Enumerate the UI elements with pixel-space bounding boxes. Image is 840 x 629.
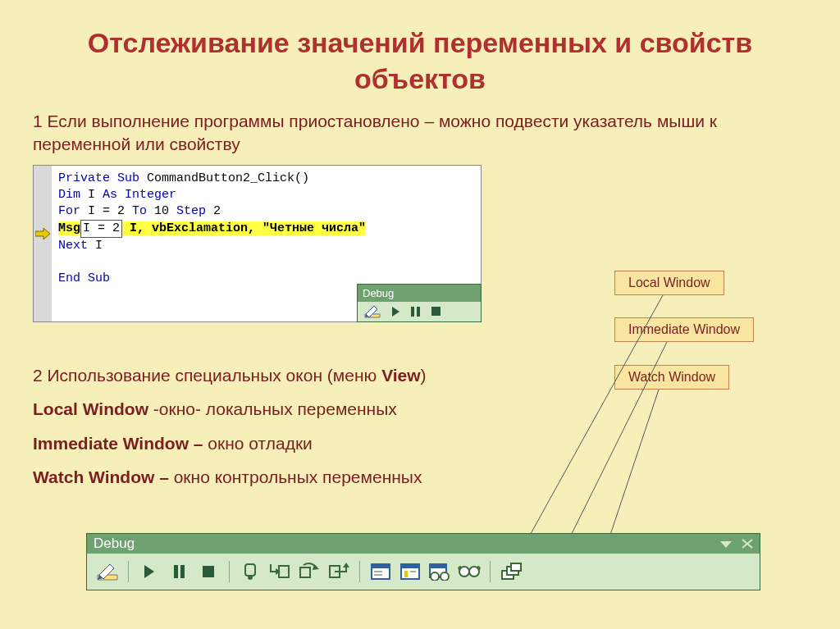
svg-rect-38 <box>511 563 521 571</box>
quick-watch-icon[interactable] <box>457 560 482 583</box>
paragraph-1: 1 Если выполнение программы приостановле… <box>0 110 840 155</box>
svg-marker-6 <box>720 541 732 548</box>
svg-point-30 <box>431 572 439 581</box>
step-into-icon[interactable] <box>267 560 292 583</box>
debug-toolbar-large: Debug <box>86 533 760 590</box>
stop-icon[interactable] <box>196 560 221 583</box>
value-tooltip: I = 2 <box>80 220 122 238</box>
svg-rect-25 <box>401 564 419 568</box>
pause-icon[interactable] <box>411 307 420 317</box>
toolbar-title: Debug <box>94 536 135 552</box>
dropdown-icon[interactable] <box>720 539 732 549</box>
code-gutter <box>34 166 52 321</box>
svg-point-13 <box>248 575 253 580</box>
code-text: Private Sub CommandButton2_Click() Dim I… <box>58 171 366 287</box>
svg-rect-12 <box>245 564 255 576</box>
svg-rect-29 <box>430 564 446 568</box>
page-title: Отслеживание значений переменных и свойс… <box>0 0 840 105</box>
step-over-icon[interactable] <box>297 560 322 583</box>
section2-line1: 2 Использование специальных окон (меню V… <box>33 364 427 386</box>
call-stack-icon[interactable] <box>499 560 523 583</box>
toolbar-title: Debug <box>358 285 481 302</box>
section2-line2: Local Window -окно- локальных переменных <box>33 398 427 420</box>
pause-icon[interactable] <box>167 560 191 583</box>
design-mode-icon[interactable] <box>364 305 381 318</box>
debug-toolbar-small: Debug <box>357 284 482 322</box>
svg-point-34 <box>469 567 479 577</box>
section2-line3: Immediate Window – окно отладки <box>33 432 427 454</box>
svg-point-33 <box>459 567 469 577</box>
section-2: 2 Использование специальных окон (меню V… <box>33 353 427 499</box>
svg-rect-21 <box>372 564 390 568</box>
play-icon[interactable] <box>137 560 162 583</box>
stop-icon[interactable] <box>431 307 441 316</box>
label-immediate-window: Immediate Window <box>614 317 754 342</box>
svg-rect-16 <box>300 567 310 577</box>
watch-window-icon[interactable] <box>427 560 452 583</box>
locals-window-icon[interactable] <box>368 560 393 583</box>
play-icon[interactable] <box>392 307 399 317</box>
step-out-icon[interactable] <box>326 560 351 583</box>
svg-rect-26 <box>404 571 408 577</box>
label-watch-window: Watch Window <box>614 365 729 390</box>
code-editor: Private Sub CommandButton2_Click() Dim I… <box>33 165 482 322</box>
close-icon[interactable] <box>742 539 753 549</box>
label-local-window: Local Window <box>614 271 724 295</box>
svg-point-31 <box>441 572 449 581</box>
section2-line4: Watch Window – окно контрольных переменн… <box>33 466 427 488</box>
toggle-breakpoint-icon[interactable] <box>238 560 262 583</box>
design-mode-icon[interactable] <box>95 560 120 583</box>
immediate-window-icon[interactable] <box>398 560 422 583</box>
svg-marker-19 <box>343 563 349 567</box>
breakpoint-arrow-icon <box>35 228 50 239</box>
